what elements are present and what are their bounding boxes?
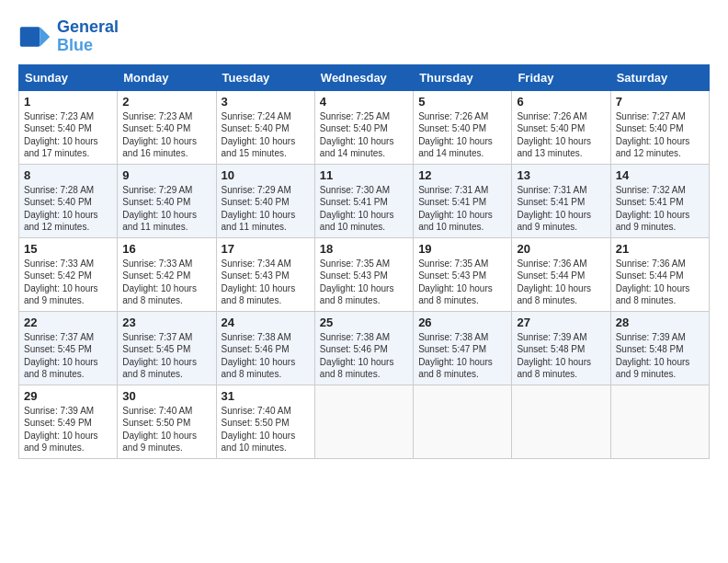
- day-number: 30: [122, 389, 210, 403]
- day-number: 29: [24, 389, 112, 403]
- day-info: Sunrise: 7:33 AMSunset: 5:42 PMDaylight:…: [24, 259, 98, 306]
- calendar-cell: 25 Sunrise: 7:38 AMSunset: 5:46 PMDaylig…: [314, 311, 413, 385]
- calendar-cell: 20 Sunrise: 7:36 AMSunset: 5:44 PMDaylig…: [512, 237, 610, 311]
- day-info: Sunrise: 7:24 AMSunset: 5:40 PMDaylight:…: [222, 111, 296, 159]
- col-header-wednesday: Wednesday: [314, 64, 413, 90]
- day-info: Sunrise: 7:33 AMSunset: 5:42 PMDaylight:…: [122, 259, 197, 306]
- calendar-cell: 26 Sunrise: 7:38 AMSunset: 5:47 PMDaylig…: [414, 311, 512, 385]
- calendar-cell: 2 Sunrise: 7:23 AMSunset: 5:40 PMDayligh…: [118, 90, 216, 164]
- page-header: General Blue: [18, 18, 710, 55]
- day-number: 5: [418, 95, 506, 109]
- calendar-cell: 24 Sunrise: 7:38 AMSunset: 5:46 PMDaylig…: [216, 311, 314, 385]
- day-info: Sunrise: 7:25 AMSunset: 5:40 PMDaylight:…: [320, 111, 394, 159]
- day-info: Sunrise: 7:23 AMSunset: 5:40 PMDaylight:…: [122, 111, 197, 159]
- day-number: 9: [122, 168, 210, 182]
- calendar-cell: 13 Sunrise: 7:31 AMSunset: 5:41 PMDaylig…: [512, 164, 610, 237]
- calendar-cell: 4 Sunrise: 7:25 AMSunset: 5:40 PMDayligh…: [314, 90, 413, 164]
- day-number: 20: [517, 242, 605, 256]
- day-info: Sunrise: 7:23 AMSunset: 5:40 PMDaylight:…: [24, 111, 98, 159]
- day-number: 4: [320, 95, 408, 109]
- calendar-table: SundayMondayTuesdayWednesdayThursdayFrid…: [18, 64, 710, 459]
- calendar-cell: 27 Sunrise: 7:39 AMSunset: 5:48 PMDaylig…: [512, 311, 610, 385]
- day-info: Sunrise: 7:26 AMSunset: 5:40 PMDaylight:…: [418, 111, 493, 159]
- calendar-cell: 21 Sunrise: 7:36 AMSunset: 5:44 PMDaylig…: [610, 237, 709, 311]
- col-header-monday: Monday: [118, 64, 216, 90]
- day-info: Sunrise: 7:38 AMSunset: 5:47 PMDaylight:…: [418, 332, 493, 380]
- calendar-cell: 8 Sunrise: 7:28 AMSunset: 5:40 PMDayligh…: [19, 164, 118, 237]
- day-info: Sunrise: 7:39 AMSunset: 5:48 PMDaylight:…: [517, 332, 591, 380]
- day-info: Sunrise: 7:39 AMSunset: 5:48 PMDaylight:…: [616, 332, 690, 380]
- day-number: 25: [320, 316, 408, 329]
- calendar-cell: 15 Sunrise: 7:33 AMSunset: 5:42 PMDaylig…: [19, 237, 118, 311]
- day-number: 15: [24, 242, 112, 256]
- calendar-cell: 17 Sunrise: 7:34 AMSunset: 5:43 PMDaylig…: [216, 237, 314, 311]
- week-row-5: 29 Sunrise: 7:39 AMSunset: 5:49 PMDaylig…: [19, 385, 710, 458]
- day-number: 1: [24, 95, 112, 109]
- day-info: Sunrise: 7:31 AMSunset: 5:41 PMDaylight:…: [418, 185, 493, 233]
- day-number: 8: [24, 168, 112, 182]
- calendar-cell: 1 Sunrise: 7:23 AMSunset: 5:40 PMDayligh…: [19, 90, 118, 164]
- calendar-cell: 30 Sunrise: 7:40 AMSunset: 5:50 PMDaylig…: [118, 385, 216, 458]
- logo-icon: [18, 20, 51, 53]
- day-info: Sunrise: 7:40 AMSunset: 5:50 PMDaylight:…: [122, 406, 197, 454]
- col-header-friday: Friday: [512, 64, 610, 90]
- calendar-cell: 14 Sunrise: 7:32 AMSunset: 5:41 PMDaylig…: [610, 164, 709, 237]
- calendar-cell: 29 Sunrise: 7:39 AMSunset: 5:49 PMDaylig…: [19, 385, 118, 458]
- day-info: Sunrise: 7:38 AMSunset: 5:46 PMDaylight:…: [320, 332, 394, 380]
- calendar-cell: 22 Sunrise: 7:37 AMSunset: 5:45 PMDaylig…: [19, 311, 118, 385]
- day-info: Sunrise: 7:29 AMSunset: 5:40 PMDaylight:…: [222, 185, 296, 233]
- day-info: Sunrise: 7:29 AMSunset: 5:40 PMDaylight:…: [122, 185, 197, 233]
- day-info: Sunrise: 7:36 AMSunset: 5:44 PMDaylight:…: [616, 259, 690, 306]
- day-number: 10: [222, 168, 310, 182]
- week-row-1: 1 Sunrise: 7:23 AMSunset: 5:40 PMDayligh…: [19, 90, 710, 164]
- day-number: 13: [517, 168, 605, 182]
- day-number: 28: [616, 316, 704, 329]
- day-number: 14: [616, 168, 704, 182]
- calendar-cell: 28 Sunrise: 7:39 AMSunset: 5:48 PMDaylig…: [610, 311, 709, 385]
- day-info: Sunrise: 7:32 AMSunset: 5:41 PMDaylight:…: [616, 185, 690, 233]
- day-info: Sunrise: 7:35 AMSunset: 5:43 PMDaylight:…: [320, 259, 394, 306]
- col-header-thursday: Thursday: [414, 64, 512, 90]
- week-row-4: 22 Sunrise: 7:37 AMSunset: 5:45 PMDaylig…: [19, 311, 710, 385]
- day-info: Sunrise: 7:34 AMSunset: 5:43 PMDaylight:…: [222, 259, 296, 306]
- day-info: Sunrise: 7:38 AMSunset: 5:46 PMDaylight:…: [222, 332, 296, 380]
- day-number: 7: [616, 95, 704, 109]
- calendar-cell: 23 Sunrise: 7:37 AMSunset: 5:45 PMDaylig…: [118, 311, 216, 385]
- day-number: 31: [222, 389, 310, 403]
- day-info: Sunrise: 7:28 AMSunset: 5:40 PMDaylight:…: [24, 185, 98, 233]
- calendar-cell: 11 Sunrise: 7:30 AMSunset: 5:41 PMDaylig…: [314, 164, 413, 237]
- day-number: 21: [616, 242, 704, 256]
- day-info: Sunrise: 7:37 AMSunset: 5:45 PMDaylight:…: [122, 332, 197, 380]
- calendar-cell: 10 Sunrise: 7:29 AMSunset: 5:40 PMDaylig…: [216, 164, 314, 237]
- col-header-sunday: Sunday: [19, 64, 118, 90]
- calendar-cell: 16 Sunrise: 7:33 AMSunset: 5:42 PMDaylig…: [118, 237, 216, 311]
- day-number: 24: [222, 316, 310, 329]
- header-row: SundayMondayTuesdayWednesdayThursdayFrid…: [19, 64, 710, 90]
- day-number: 12: [418, 168, 506, 182]
- day-info: Sunrise: 7:27 AMSunset: 5:40 PMDaylight:…: [616, 111, 690, 159]
- day-number: 26: [418, 316, 506, 329]
- calendar-cell: 12 Sunrise: 7:31 AMSunset: 5:41 PMDaylig…: [414, 164, 512, 237]
- day-number: 23: [122, 316, 210, 329]
- day-number: 19: [418, 242, 506, 256]
- calendar-cell: 3 Sunrise: 7:24 AMSunset: 5:40 PMDayligh…: [216, 90, 314, 164]
- day-info: Sunrise: 7:37 AMSunset: 5:45 PMDaylight:…: [24, 332, 98, 380]
- calendar-cell: [414, 385, 512, 458]
- day-number: 18: [320, 242, 408, 256]
- calendar-cell: [512, 385, 610, 458]
- svg-rect-0: [20, 27, 40, 47]
- day-number: 17: [222, 242, 310, 256]
- col-header-saturday: Saturday: [610, 64, 709, 90]
- calendar-cell: 5 Sunrise: 7:26 AMSunset: 5:40 PMDayligh…: [414, 90, 512, 164]
- day-number: 3: [222, 95, 310, 109]
- col-header-tuesday: Tuesday: [216, 64, 314, 90]
- calendar-cell: 9 Sunrise: 7:29 AMSunset: 5:40 PMDayligh…: [118, 164, 216, 237]
- calendar-cell: [314, 385, 413, 458]
- day-number: 2: [122, 95, 210, 109]
- calendar-cell: 6 Sunrise: 7:26 AMSunset: 5:40 PMDayligh…: [512, 90, 610, 164]
- logo-text: General Blue: [57, 18, 119, 55]
- day-number: 22: [24, 316, 112, 329]
- week-row-3: 15 Sunrise: 7:33 AMSunset: 5:42 PMDaylig…: [19, 237, 710, 311]
- calendar-cell: 19 Sunrise: 7:35 AMSunset: 5:43 PMDaylig…: [414, 237, 512, 311]
- day-info: Sunrise: 7:26 AMSunset: 5:40 PMDaylight:…: [517, 111, 591, 159]
